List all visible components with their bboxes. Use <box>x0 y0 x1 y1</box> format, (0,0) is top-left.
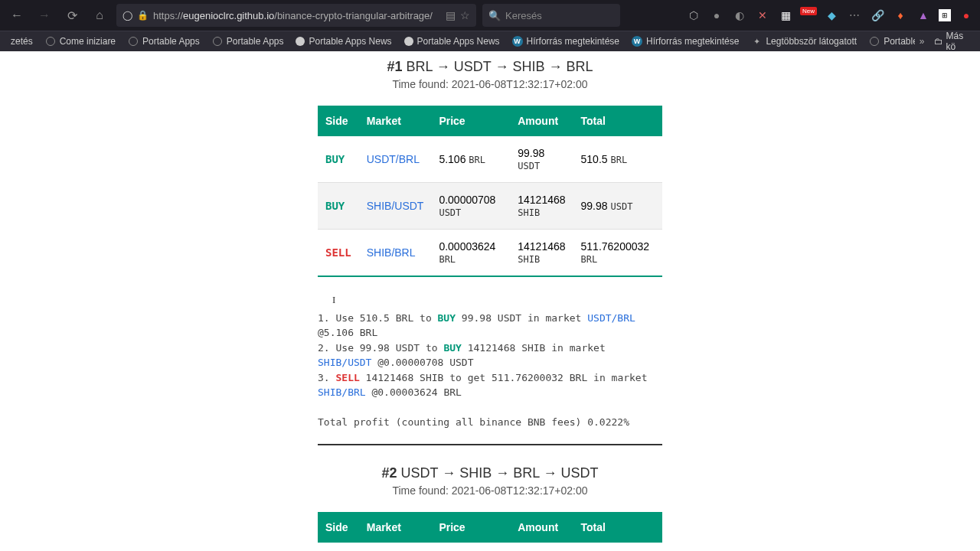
th-amount: Amount <box>510 512 573 543</box>
bookmark-label: Portable Apps News <box>309 36 391 47</box>
ext-icon-3[interactable]: ✕ <box>755 8 770 23</box>
ext-icon-7[interactable]: ⋯ <box>847 8 862 23</box>
total-cell: 510.5 BRL <box>573 136 662 183</box>
arb2-time: Time found: 2021-06-08T12:32:17+02:00 <box>318 484 662 497</box>
arbitrage-block-1: #1 BRL → USDT → SHIB → BRL Time found: 2… <box>318 59 662 277</box>
bookmark-item[interactable]: Portable Apps News <box>398 36 506 47</box>
arb1-title: #1 BRL → USDT → SHIB → BRL <box>318 59 662 75</box>
search-icon: 🔍 <box>488 10 501 21</box>
market-cell[interactable]: USDT/BRL <box>367 153 420 165</box>
bookmark-item[interactable]: Come iniziare <box>39 36 122 47</box>
url-text: https://eugenioclrc.github.io/binance-cr… <box>153 10 441 21</box>
arb1-time: Time found: 2021-06-08T12:32:17+02:00 <box>318 78 662 90</box>
ext-icon-6[interactable]: ◆ <box>824 8 839 23</box>
pocket-icon[interactable]: ⬡ <box>686 8 701 23</box>
search-bar[interactable]: 🔍 Keresés <box>482 4 620 27</box>
th-price: Price <box>431 512 510 543</box>
toolbar-extensions: ⬡ ● ◐ ✕ ▦ New ◆ ⋯ 🔗 ♦ ▲ ⊞ ● <box>626 8 974 23</box>
dot-icon <box>404 37 413 46</box>
side-cell: BUY <box>325 200 345 212</box>
ext-icon-8[interactable]: 🔗 <box>870 8 885 23</box>
amount-cell: 14121468SHIB <box>510 230 573 277</box>
bookmark-item[interactable]: WHírforrás megtekintése <box>626 36 745 47</box>
side-cell: SELL <box>325 246 351 259</box>
th-market: Market <box>359 512 432 543</box>
bookmark-label: Hírforrás megtekintése <box>527 36 619 47</box>
wordpress-icon: W <box>512 36 523 47</box>
bookmark-label: Portable Apps <box>884 36 915 47</box>
globe-icon <box>869 36 880 47</box>
arb2-title: #2 USDT → SHIB → BRL → USDT <box>318 465 662 481</box>
reload-button[interactable]: ⟳ <box>61 5 83 26</box>
bookmark-item[interactable]: Portable Apps News <box>289 36 397 47</box>
amount-cell: 14121468SHIB <box>510 183 573 230</box>
table-row: BUYUSDT/BRL5.106 BRL99.98USDT510.5 BRL <box>318 136 662 183</box>
folder-label: Más kö <box>946 31 972 51</box>
globe-icon <box>45 36 56 47</box>
ext-icon-4[interactable]: ▦ <box>778 8 793 23</box>
home-button[interactable]: ⌂ <box>89 5 110 26</box>
ext-icon-11[interactable]: ⊞ <box>939 9 951 21</box>
star-icon[interactable]: ☆ <box>460 9 470 21</box>
forward-button[interactable]: → <box>34 5 55 26</box>
bookmark-label: Hírforrás megtekintése <box>646 36 739 47</box>
wordpress-icon: W <box>632 36 642 47</box>
bookmark-item[interactable]: Portable Apps <box>122 36 206 47</box>
market-cell[interactable]: SHIB/USDT <box>367 200 424 212</box>
th-market: Market <box>359 106 432 136</box>
ext-icon-5[interactable]: New <box>801 8 816 23</box>
bookmarks-overflow[interactable]: » <box>915 36 929 47</box>
page-content: #1 BRL → USDT → SHIB → BRL Time found: 2… <box>0 51 980 551</box>
price-cell: 0.00003624 BRL <box>431 230 510 277</box>
bookmark-label: Portable Apps <box>142 36 200 47</box>
ext-icon-9[interactable]: ♦ <box>893 8 908 23</box>
back-button[interactable]: ← <box>6 5 28 26</box>
reader-icon[interactable]: ▤ <box>446 9 456 21</box>
th-price: Price <box>431 106 510 136</box>
bookmark-label: Come iniziare <box>60 36 116 47</box>
side-cell: BUY <box>325 153 345 165</box>
bookmark-label: Portable Apps <box>227 36 284 47</box>
market-cell[interactable]: SHIB/BRL <box>367 246 416 259</box>
step-3: 3. SELL 14121468 SHIB to get 511.7620003… <box>318 370 662 400</box>
shield-icon: ◯ <box>122 10 132 21</box>
bookmark-item[interactable]: zetés <box>5 36 39 47</box>
bookmark-label: Portable Apps News <box>417 36 500 47</box>
th-side: Side <box>318 512 359 543</box>
ext-icon-10[interactable]: ▲ <box>916 8 931 23</box>
globe-icon <box>128 36 139 47</box>
ext-icon-1[interactable]: ● <box>709 8 724 23</box>
bookmark-label: zetés <box>11 36 33 47</box>
arb1-table: Side Market Price Amount Total BUYUSDT/B… <box>318 106 662 277</box>
th-amount: Amount <box>510 106 573 136</box>
price-cell: 0.00000708 USDT <box>431 543 510 552</box>
total-cell: 99.98 USDT <box>573 183 662 230</box>
bookmark-item[interactable]: WHírforrás megtekintése <box>506 36 626 47</box>
url-bar[interactable]: ◯ 🔒 https://eugenioclrc.github.io/binanc… <box>116 4 476 27</box>
total-cell: 100 USDT <box>573 543 662 552</box>
table-row: BUYSHIB/USDT0.00000708 USDT14124293SHIB1… <box>318 543 662 552</box>
amount-cell: 14124293SHIB <box>510 543 573 552</box>
step-2: 2. Use 99.98 USDT to BUY 14121468 SHIB i… <box>318 341 662 370</box>
globe-icon <box>212 36 223 47</box>
gear-icon: ✦ <box>751 36 762 47</box>
price-cell: 0.00000708 USDT <box>431 183 510 230</box>
bookmark-item[interactable]: Portable Apps <box>206 36 290 47</box>
ext-icon-12[interactable]: ● <box>959 8 974 23</box>
profit-line: Total profit (counting all binance BNB f… <box>318 415 662 430</box>
lock-icon: 🔒 <box>137 10 149 21</box>
browser-toolbar: ← → ⟳ ⌂ ◯ 🔒 https://eugenioclrc.github.i… <box>0 0 980 31</box>
table-row: SELLSHIB/BRL0.00003624 BRL14121468SHIB51… <box>318 230 662 277</box>
dot-icon <box>296 37 305 46</box>
table-row: BUYSHIB/USDT0.00000708 USDT14121468SHIB9… <box>318 183 662 230</box>
th-total: Total <box>573 512 662 543</box>
ext-icon-2[interactable]: ◐ <box>732 8 747 23</box>
bookmark-item[interactable]: Portable Apps <box>863 36 915 47</box>
amount-cell: 99.98USDT <box>510 136 573 183</box>
search-placeholder: Keresés <box>505 10 542 21</box>
th-side: Side <box>318 106 359 136</box>
price-cell: 5.106 BRL <box>431 136 510 183</box>
bookmark-label: Legtöbbször látogatott <box>766 36 857 47</box>
bookmarks-folder[interactable]: 🗀 Más kö <box>929 31 976 51</box>
bookmark-item[interactable]: ✦Legtöbbször látogatott <box>745 36 863 47</box>
